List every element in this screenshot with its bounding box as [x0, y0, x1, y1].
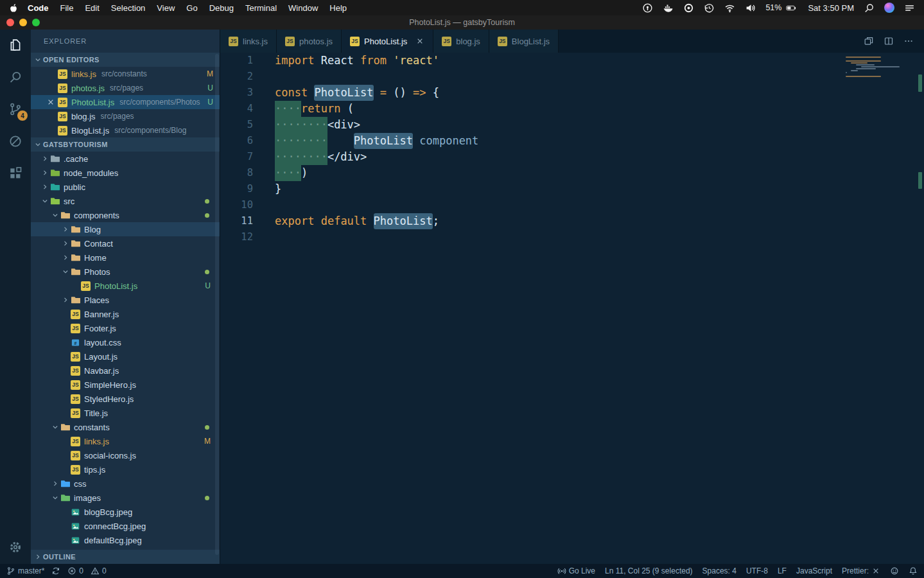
siri-icon[interactable] [884, 3, 894, 13]
folder-components[interactable]: components [31, 208, 220, 222]
folder-contact[interactable]: Contact [31, 236, 220, 250]
file-footer-js[interactable]: JSFooter.js [31, 321, 220, 335]
status-spaces-4[interactable]: Spaces: 4 [702, 566, 737, 575]
open-changes-icon[interactable] [864, 36, 874, 46]
open-editor-blog-js[interactable]: JSblog.jssrc/pages [31, 109, 220, 123]
spotlight-icon[interactable] [864, 3, 875, 13]
folder-images[interactable]: images [31, 491, 220, 505]
code-line-3[interactable]: 3const PhotoList = () => { [220, 85, 924, 101]
status-prettier[interactable]: Prettier: [842, 566, 880, 575]
open-editor-photos-js[interactable]: JSphotos.jssrc/pagesU [31, 81, 220, 95]
menu-bar-clock[interactable]: Sat 3:50 PM [808, 3, 854, 13]
status-ln-11-col-25-9-selected[interactable]: Ln 11, Col 25 (9 selected) [605, 566, 693, 575]
file-social-icons-js[interactable]: JSsocial-icons.js [31, 448, 220, 462]
file-blogbcg-jpeg[interactable]: blogBcg.jpeg [31, 505, 220, 519]
twisty-right-icon[interactable] [60, 225, 71, 234]
code-line-5[interactable]: 5········<div> [220, 117, 924, 133]
twisty-right-icon[interactable] [40, 182, 50, 191]
twisty-right-icon[interactable] [50, 479, 60, 488]
battery-status[interactable]: 51% [765, 3, 798, 13]
folder-public[interactable]: public [31, 180, 220, 194]
window-title-bar[interactable]: PhotoList.js — gatsbyTourism [0, 15, 924, 30]
twisty-right-icon[interactable] [60, 253, 71, 262]
file-tips-js[interactable]: JStips.js [31, 462, 220, 477]
open-editor-photolist-js[interactable]: JSPhotoList.jssrc/components/PhotosU [31, 95, 220, 109]
code-line-1[interactable]: 1import React from 'react' [220, 53, 924, 69]
status-lf[interactable]: LF [778, 566, 787, 575]
status-bell[interactable] [909, 566, 918, 575]
cleanmymac-icon[interactable] [683, 3, 694, 13]
folder-blog[interactable]: Blog [31, 222, 220, 236]
status-0[interactable]: 0 [91, 566, 107, 575]
file-styledhero-js[interactable]: JSStyledHero.js [31, 392, 220, 406]
minimize-window-button[interactable] [19, 19, 27, 26]
close-tab-icon[interactable] [415, 37, 424, 46]
code-line-9[interactable]: 9} [220, 181, 924, 197]
code-editor[interactable]: 1import React from 'react'23const PhotoL… [220, 53, 924, 564]
tab-blog-js[interactable]: JSblog.js [433, 30, 489, 53]
code-line-10[interactable]: 10 [220, 197, 924, 213]
search-activity-button[interactable] [8, 69, 23, 85]
code-line-11[interactable]: 11export default PhotoList; [220, 213, 924, 229]
code-line-6[interactable]: 6········ PhotoList component [220, 133, 924, 149]
folder-css[interactable]: css [31, 477, 220, 491]
menu-view[interactable]: View [157, 3, 175, 13]
overview-ruler[interactable] [918, 53, 922, 564]
tab-links-js[interactable]: JSlinks.js [220, 30, 277, 53]
folder-photos[interactable]: Photos [31, 265, 220, 279]
twisty-down-icon[interactable] [50, 423, 60, 432]
code-line-12[interactable]: 12 [220, 229, 924, 245]
explorer-activity-button[interactable] [8, 37, 23, 53]
more-actions-icon[interactable] [903, 36, 914, 46]
status-smiley[interactable] [890, 566, 899, 575]
file-links-js[interactable]: JSlinks.jsM [31, 434, 220, 448]
docker-icon[interactable] [663, 3, 674, 13]
app-menu[interactable]: Code [28, 3, 49, 13]
status-sync[interactable] [51, 566, 60, 575]
outline-header[interactable]: OUTLINE [31, 550, 220, 564]
file-layout-js[interactable]: JSLayout.js [31, 349, 220, 363]
source-control-activity-button[interactable]: 4 [8, 101, 23, 117]
folder-constants[interactable]: constants [31, 420, 220, 434]
file-simplehero-js[interactable]: JSSimpleHero.js [31, 378, 220, 392]
twisty-down-icon[interactable] [60, 267, 71, 276]
debug-activity-button[interactable] [8, 134, 23, 149]
close-editor-icon[interactable] [46, 98, 55, 107]
extensions-activity-button[interactable] [8, 166, 23, 181]
folder-home[interactable]: Home [31, 250, 220, 265]
twisty-right-icon[interactable] [60, 239, 71, 248]
sidebar-scrollbar[interactable] [215, 54, 219, 555]
code-line-2[interactable]: 2 [220, 69, 924, 85]
file-layout-css[interactable]: #layout.css [31, 335, 220, 349]
menu-help[interactable]: Help [329, 3, 347, 13]
volume-icon[interactable] [745, 3, 756, 13]
menu-selection[interactable]: Selection [111, 3, 145, 13]
status-utf-8[interactable]: UTF-8 [746, 566, 768, 575]
folder-src[interactable]: src [31, 194, 220, 208]
menu-edit[interactable]: Edit [85, 3, 99, 13]
twisty-down-icon[interactable] [50, 211, 60, 220]
status-javascript[interactable]: JavaScript [796, 566, 832, 575]
twisty-right-icon[interactable] [40, 154, 50, 163]
status-0[interactable]: 0 [67, 566, 83, 575]
file-title-js[interactable]: JSTitle.js [31, 406, 220, 420]
open-editors-header[interactable]: OPEN EDITORS [31, 53, 220, 67]
tab-bloglist-js[interactable]: JSBlogList.js [489, 30, 559, 53]
file-defaultbcg-jpeg[interactable]: defaultBcg.jpeg [31, 533, 220, 547]
folder-cache[interactable]: .cache [31, 152, 220, 166]
file-photolist-js[interactable]: JSPhotoList.jsU [31, 279, 220, 293]
file-banner-js[interactable]: JSBanner.js [31, 307, 220, 321]
twisty-right-icon[interactable] [60, 295, 71, 304]
file-connectbcg-jpeg[interactable]: connectBcg.jpeg [31, 519, 220, 533]
code-line-4[interactable]: 4····return ( [220, 101, 924, 117]
twisty-down-icon[interactable] [50, 493, 60, 502]
status-master[interactable]: master* [6, 566, 44, 575]
menu-terminal[interactable]: Terminal [245, 3, 277, 13]
split-editor-icon[interactable] [884, 36, 894, 46]
file-navbar-js[interactable]: JSNavbar.js [31, 363, 220, 378]
twisty-right-icon[interactable] [40, 168, 50, 177]
close-window-button[interactable] [6, 19, 14, 26]
zoom-window-button[interactable] [32, 19, 40, 26]
code-line-8[interactable]: 8····) [220, 165, 924, 181]
tab-photos-js[interactable]: JSphotos.js [277, 30, 342, 53]
